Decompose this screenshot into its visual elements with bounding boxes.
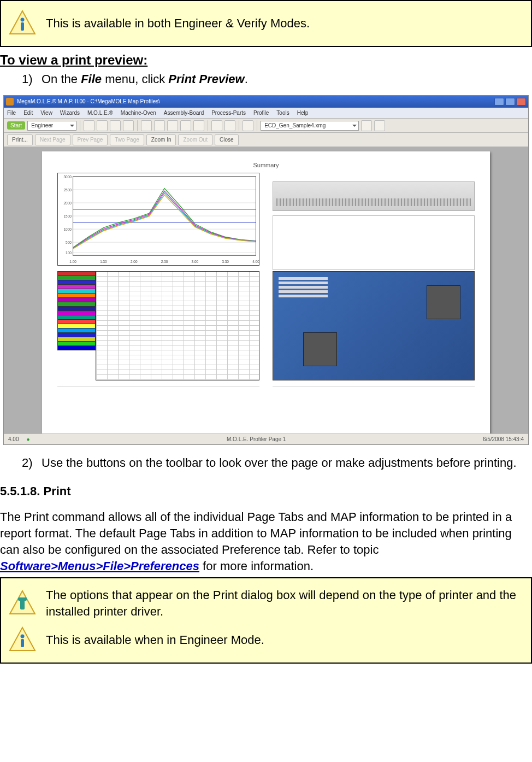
step1-menu-name: File xyxy=(81,72,102,86)
step-1: On the File menu, click Print Preview. xyxy=(22,71,532,87)
window-title: MegaM.O.L.E.® M.A.P. II.00 - C:\MegaMOLE… xyxy=(17,98,160,105)
page-heading: Summary xyxy=(57,161,475,169)
menu-mole[interactable]: M.O.L.E.® xyxy=(87,109,113,117)
mode-combo[interactable]: Engineer xyxy=(27,121,76,131)
maximize-button[interactable] xyxy=(505,98,515,105)
close-preview-button[interactable]: Close xyxy=(215,134,239,145)
status-bar: 4.00 ● M.O.L.E. Profiler Page 1 6/5/2008… xyxy=(4,433,528,444)
info-note-print: The options that appear on the Print dia… xyxy=(0,577,532,663)
svg-text:2:30: 2:30 xyxy=(161,260,168,263)
toolbar-icon[interactable] xyxy=(361,120,372,131)
step1-text-b: menu, click xyxy=(102,72,168,86)
steps-list-2: Use the buttons on the toolbar to look o… xyxy=(0,455,532,471)
menu-assembly[interactable]: Assembly-Board xyxy=(164,109,204,117)
menu-file[interactable]: File xyxy=(7,109,16,117)
note-row: This is available when in Engineer Mode. xyxy=(9,623,523,657)
menu-view[interactable]: View xyxy=(40,109,52,117)
menu-process[interactable]: Process-Parts xyxy=(211,109,246,117)
signature-area xyxy=(273,386,475,413)
svg-text:3:30: 3:30 xyxy=(222,260,229,263)
menu-machine-oven[interactable]: Machine-Oven xyxy=(121,109,156,117)
menu-profile[interactable]: Profile xyxy=(253,109,269,117)
step1-action: Print Preview xyxy=(168,72,244,86)
status-center: M.O.L.E. Profiler Page 1 xyxy=(38,436,475,443)
note-text: The options that appear on the Print dia… xyxy=(46,587,523,619)
toolbar-icon[interactable] xyxy=(123,120,134,131)
window-titlebar: MegaM.O.L.E.® M.A.P. II.00 - C:\MegaMOLE… xyxy=(4,96,528,108)
note-text: This is available when in Engineer Mode. xyxy=(46,632,523,648)
svg-rect-2 xyxy=(21,22,24,31)
svg-text:3:00: 3:00 xyxy=(192,260,199,263)
section-heading-print: 5.5.1.8. Print xyxy=(0,483,532,500)
preview-canvas: Summary 100500100015002000250030001:001:… xyxy=(4,147,528,433)
notes-area xyxy=(57,386,259,413)
app-screenshot: MegaM.O.L.E.® M.A.P. II.00 - C:\MegaMOLE… xyxy=(3,95,529,445)
menu-help[interactable]: Help xyxy=(297,109,309,117)
step1-text-c: . xyxy=(245,72,248,86)
print-text-a: The Print command allows all of the indi… xyxy=(0,510,512,556)
steps-list: On the File menu, click Print Preview. xyxy=(0,71,532,87)
svg-text:1500: 1500 xyxy=(64,214,72,218)
main-toolbar: Start Engineer ECD_Gen_Sample4.xmg xyxy=(4,119,528,133)
profile-chart: 100500100015002000250030001:001:302:002:… xyxy=(57,173,259,266)
close-button[interactable] xyxy=(516,98,526,105)
menu-edit[interactable]: Edit xyxy=(23,109,33,117)
info-icon xyxy=(9,10,36,37)
step-2: Use the buttons on the toolbar to look o… xyxy=(22,455,532,471)
app-icon xyxy=(6,98,14,105)
note-text: This is available in both Engineer & Ver… xyxy=(46,15,523,32)
svg-text:1000: 1000 xyxy=(64,227,72,231)
toolbar-icon[interactable] xyxy=(97,120,108,131)
probe-image xyxy=(273,181,475,211)
start-pill[interactable]: Start xyxy=(7,121,25,130)
toolbar-icon[interactable] xyxy=(154,120,165,131)
svg-rect-32 xyxy=(21,639,24,647)
svg-text:2000: 2000 xyxy=(64,201,72,205)
svg-text:3000: 3000 xyxy=(64,175,72,179)
print-paragraph: The Print command allows all of the indi… xyxy=(0,509,532,574)
toolbar-icon[interactable] xyxy=(141,120,152,131)
svg-text:1:30: 1:30 xyxy=(100,260,107,263)
nextpage-button[interactable]: Next Page xyxy=(35,134,70,145)
toolbar-icon[interactable] xyxy=(211,120,222,131)
preferences-link[interactable]: Software>Menus>File>Preferences xyxy=(0,559,199,573)
toolbar-icon[interactable] xyxy=(243,120,253,131)
info-box xyxy=(273,215,475,270)
zoomin-button[interactable]: Zoom In xyxy=(146,134,176,145)
info-note-top: This is available in both Engineer & Ver… xyxy=(0,0,532,47)
svg-text:1:00: 1:00 xyxy=(69,260,76,263)
svg-text:2500: 2500 xyxy=(64,188,72,192)
toolbar-icon[interactable] xyxy=(180,120,191,131)
file-combo[interactable]: ECD_Gen_Sample4.xmg xyxy=(261,121,359,131)
toolbar-icon[interactable] xyxy=(193,120,204,131)
svg-text:100: 100 xyxy=(66,251,72,255)
menu-wizards[interactable]: Wizards xyxy=(60,109,80,117)
twopage-button[interactable]: Two Page xyxy=(110,134,144,145)
svg-point-31 xyxy=(21,634,25,638)
heading-print-preview: To view a print preview: xyxy=(0,51,532,69)
status-right: 6/5/2008 15:43:4 xyxy=(483,436,524,443)
toolbar-icon[interactable] xyxy=(374,120,385,131)
svg-text:2:00: 2:00 xyxy=(131,260,138,263)
note-row: The options that appear on the Print dia… xyxy=(9,584,523,623)
minimize-button[interactable] xyxy=(494,98,504,105)
note-row: This is available in both Engineer & Ver… xyxy=(9,7,523,40)
menu-tools[interactable]: Tools xyxy=(276,109,289,117)
menu-bar: File Edit View Wizards M.O.L.E.® Machine… xyxy=(4,108,528,119)
prevpage-button[interactable]: Prev Page xyxy=(73,134,108,145)
board-image xyxy=(273,271,475,380)
zoomout-button[interactable]: Zoom Out xyxy=(178,134,212,145)
tip-icon xyxy=(9,590,36,617)
toolbar-icon[interactable] xyxy=(224,120,235,131)
print-button[interactable]: Print... xyxy=(7,134,33,145)
window-buttons xyxy=(494,98,526,105)
info-icon xyxy=(9,626,36,654)
channel-table xyxy=(57,271,259,380)
toolbar-icon[interactable] xyxy=(167,120,178,131)
step1-text-a: On the xyxy=(42,72,81,86)
svg-rect-29 xyxy=(18,597,27,601)
toolbar-icon[interactable] xyxy=(110,120,121,131)
toolbar-icon[interactable] xyxy=(84,120,94,131)
svg-text:4:00: 4:00 xyxy=(252,260,259,263)
preview-page: Summary 100500100015002000250030001:001:… xyxy=(42,151,490,433)
